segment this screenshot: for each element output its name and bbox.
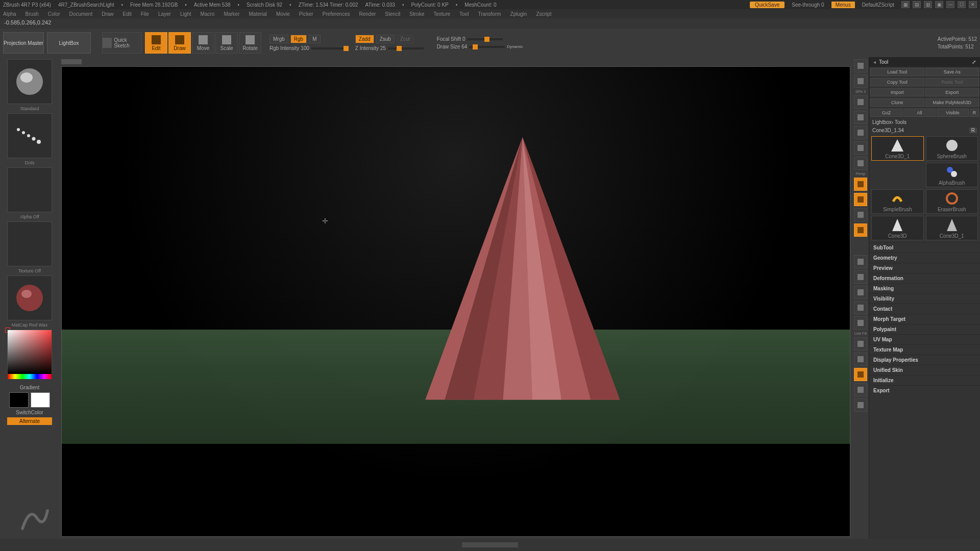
- section-deformation[interactable]: Deformation: [869, 273, 980, 283]
- floor-button[interactable]: [854, 178, 867, 191]
- load-tool-button[interactable]: Load Tool: [870, 68, 924, 76]
- menu-preferences[interactable]: Preferences: [323, 11, 350, 17]
- ghost-button[interactable]: [854, 368, 867, 381]
- rgb-chip[interactable]: Rgb: [290, 35, 307, 43]
- menu-marker[interactable]: Marker: [224, 11, 239, 17]
- menu-tool[interactable]: Tool: [459, 11, 469, 17]
- menu-texture[interactable]: Texture: [433, 11, 450, 17]
- tool-thumb-cone3d[interactable]: Cone3D: [871, 216, 924, 240]
- goz-visible-button[interactable]: Visible: [937, 109, 969, 117]
- z-intensity-slider[interactable]: Z Intensity 25: [355, 45, 424, 51]
- default-script[interactable]: DefaultZScript: [862, 2, 894, 8]
- transp-button[interactable]: [854, 353, 867, 366]
- menu-edit[interactable]: Edit: [123, 11, 132, 17]
- menu-stencil[interactable]: Stencil: [385, 11, 400, 17]
- polyf-button[interactable]: [854, 337, 867, 350]
- section-unified-skin[interactable]: Unified Skin: [869, 365, 980, 375]
- swatch-white[interactable]: [31, 392, 50, 408]
- zadd-chip[interactable]: Zadd: [355, 35, 374, 43]
- goz-r-button[interactable]: R: [970, 109, 979, 117]
- aahalf-button[interactable]: [854, 141, 867, 155]
- tool-thumb-cone3d-1[interactable]: Cone3D_1: [926, 216, 978, 240]
- zcut-chip[interactable]: Zcut: [397, 35, 413, 43]
- switch-color[interactable]: SwitchColor: [16, 410, 43, 415]
- scale-button[interactable]: [854, 286, 867, 299]
- linefill-button[interactable]: [854, 316, 867, 330]
- tool-r-button[interactable]: R: [969, 128, 977, 133]
- swatch-black[interactable]: [9, 392, 29, 408]
- menu-draw[interactable]: Draw: [102, 11, 113, 17]
- draw-mode-button[interactable]: Draw: [168, 32, 191, 54]
- menu-brush[interactable]: Brush: [26, 11, 39, 17]
- import-button[interactable]: Import: [870, 88, 924, 96]
- minimize-icon[interactable]: —: [946, 1, 954, 8]
- menu-color[interactable]: Color: [48, 11, 60, 17]
- goz-button[interactable]: GoZ: [870, 109, 902, 117]
- alpha-thumb[interactable]: [7, 167, 52, 212]
- menu-layer[interactable]: Layer: [158, 11, 171, 17]
- rotate-mode-button[interactable]: Rotate: [239, 32, 261, 54]
- section-texture-map[interactable]: Texture Map: [869, 344, 980, 355]
- menu-zscript[interactable]: Zscript: [536, 11, 551, 17]
- menu-light[interactable]: Light: [180, 11, 191, 17]
- section-preview[interactable]: Preview: [869, 263, 980, 273]
- xpose-button[interactable]: [854, 398, 867, 412]
- paste-tool-button[interactable]: Paste Tool: [925, 78, 979, 86]
- material-thumb[interactable]: [7, 276, 52, 320]
- section-polypaint[interactable]: Polypaint: [869, 324, 980, 334]
- draw-size-slider[interactable]: Draw Size 64 Dynamic: [437, 44, 523, 49]
- seethrough-slider[interactable]: See-through 0: [792, 2, 824, 8]
- close-icon[interactable]: ✕: [969, 1, 977, 8]
- quick-sketch-button[interactable]: Quick Sketch: [102, 32, 142, 54]
- lsym-button[interactable]: [854, 208, 867, 221]
- texture-thumb[interactable]: [7, 221, 52, 266]
- menu-movie[interactable]: Movie: [276, 11, 290, 17]
- menu-alpha[interactable]: Alpha: [3, 11, 16, 17]
- menu-zplugin[interactable]: Zplugin: [510, 11, 527, 17]
- make-polymesh-button[interactable]: Make PolyMesh3D: [925, 98, 979, 107]
- tool-thumb-eraserbrush[interactable]: EraserBrush: [926, 189, 978, 214]
- xyz-button[interactable]: [854, 223, 867, 237]
- tool-thumb-simplebrush[interactable]: SimpleBrush: [871, 189, 924, 214]
- spix-button[interactable]: [854, 74, 867, 88]
- layout2-icon[interactable]: ▤: [913, 1, 921, 8]
- save-as-button[interactable]: Save As: [925, 68, 979, 76]
- panel-drag-handle[interactable]: [61, 59, 82, 64]
- section-contact[interactable]: Contact: [869, 304, 980, 314]
- quicksave-button[interactable]: QuickSave: [750, 2, 785, 8]
- scroll-button[interactable]: [854, 95, 867, 109]
- move-mode-button[interactable]: Move: [192, 32, 214, 54]
- solo-button[interactable]: [854, 383, 867, 396]
- persp-button[interactable]: [854, 157, 867, 170]
- section-masking[interactable]: Masking: [869, 283, 980, 293]
- frame-button[interactable]: [854, 255, 867, 268]
- actual-button[interactable]: [854, 126, 867, 139]
- scale-mode-button[interactable]: Scale: [215, 32, 238, 54]
- color-picker[interactable]: [7, 330, 52, 374]
- lightbox-button[interactable]: LightBox: [47, 32, 91, 54]
- focal-shift-slider[interactable]: Focal Shift 0: [437, 36, 523, 42]
- menus-button[interactable]: Menus: [831, 2, 855, 8]
- maximize-icon[interactable]: ☐: [958, 1, 966, 8]
- gradient-toggle[interactable]: Gradient: [20, 385, 39, 390]
- move-button[interactable]: [854, 270, 867, 284]
- edit-mode-button[interactable]: Edit: [145, 32, 167, 54]
- rgb-intensity-slider[interactable]: Rgb Intensity 100: [270, 45, 347, 51]
- menu-material[interactable]: Material: [249, 11, 267, 17]
- menu-picker[interactable]: Picker: [299, 11, 313, 17]
- section-morph-target[interactable]: Morph Target: [869, 314, 980, 324]
- section-export[interactable]: Export: [869, 385, 980, 395]
- tool-thumb-spherebrush[interactable]: SphereBrush: [926, 136, 978, 161]
- section-display-properties[interactable]: Display Properties: [869, 355, 980, 365]
- clone-button[interactable]: Clone: [870, 98, 924, 107]
- menu-file[interactable]: File: [141, 11, 149, 17]
- brush-thumb[interactable]: [7, 59, 52, 104]
- m-chip[interactable]: M: [309, 35, 320, 43]
- menu-stroke[interactable]: Stroke: [409, 11, 424, 17]
- layout-icon[interactable]: ▦: [901, 1, 910, 8]
- section-subtool[interactable]: SubTool: [869, 242, 980, 253]
- tool-panel-header[interactable]: ◂ Tool ⤢: [869, 57, 980, 67]
- tool-thumb-cone3d-1[interactable]: Cone3D_1: [871, 136, 924, 161]
- local-button[interactable]: [854, 193, 867, 206]
- copy-tool-button[interactable]: Copy Tool: [870, 78, 924, 86]
